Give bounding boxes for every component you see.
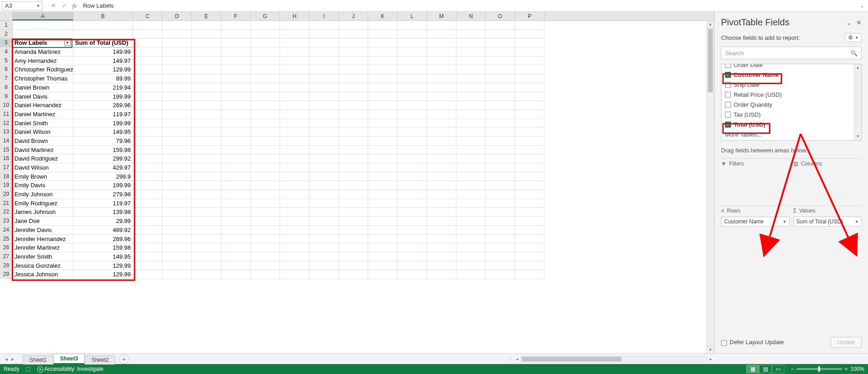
row-header-28[interactable]: 28 <box>0 261 13 270</box>
column-header-J[interactable]: J <box>339 12 368 20</box>
cell-E27[interactable] <box>192 252 221 261</box>
cell-P16[interactable] <box>515 154 545 163</box>
cell-L18[interactable] <box>398 172 427 181</box>
expand-formula-bar-icon[interactable]: ⌄ <box>858 3 866 8</box>
view-page-layout-button[interactable]: ▤ <box>759 365 772 373</box>
spreadsheet-grid[interactable]: ABCDEFGHIJKLMNOP 123Row Labels▼Sum of To… <box>0 12 714 353</box>
cell-F25[interactable] <box>221 235 251 244</box>
field-checkbox[interactable] <box>725 92 731 98</box>
cell-M3[interactable] <box>427 38 456 47</box>
cell-G10[interactable] <box>251 101 280 110</box>
cell-G28[interactable] <box>251 261 280 270</box>
zoom-slider[interactable] <box>797 368 842 370</box>
cell-O13[interactable] <box>486 128 515 137</box>
cell-K28[interactable] <box>368 261 398 270</box>
cell-E8[interactable] <box>192 83 221 92</box>
cell-I28[interactable] <box>309 261 339 270</box>
cell-M21[interactable] <box>427 199 456 208</box>
vertical-scrollbar[interactable]: ▲ ▼ <box>707 21 714 353</box>
row-header-21[interactable]: 21 <box>0 199 13 208</box>
fieldlist-scroll-down-icon[interactable]: ▼ <box>854 133 861 140</box>
column-header-H[interactable]: H <box>280 12 309 20</box>
cell-N6[interactable] <box>456 65 486 74</box>
cell-K20[interactable] <box>368 190 398 199</box>
cell-F28[interactable] <box>221 261 251 270</box>
cell-E5[interactable] <box>192 57 221 66</box>
cell-H11[interactable] <box>280 110 309 119</box>
cell-L23[interactable] <box>398 217 427 226</box>
cell-E11[interactable] <box>192 110 221 119</box>
cell-E1[interactable] <box>192 21 221 30</box>
cell-N25[interactable] <box>456 235 486 244</box>
cell-M16[interactable] <box>427 154 456 163</box>
scroll-up-icon[interactable]: ▲ <box>707 21 714 28</box>
cell-F2[interactable] <box>221 30 251 39</box>
cell-L5[interactable] <box>398 57 427 66</box>
cell-P12[interactable] <box>515 119 545 128</box>
macro-record-icon[interactable]: ⬚ <box>26 366 31 372</box>
cell-M27[interactable] <box>427 252 456 261</box>
cell-H27[interactable] <box>280 252 309 261</box>
cell-B11[interactable]: 119.97 <box>73 110 133 119</box>
cell-P27[interactable] <box>515 252 545 261</box>
cell-J13[interactable] <box>339 128 368 137</box>
cell-F19[interactable] <box>221 181 251 190</box>
cell-K11[interactable] <box>368 110 398 119</box>
cell-K16[interactable] <box>368 154 398 163</box>
cell-O19[interactable] <box>486 181 515 190</box>
cell-E28[interactable] <box>192 261 221 270</box>
cell-B7[interactable]: 89.99 <box>73 74 133 83</box>
fx-icon[interactable]: fx <box>72 2 76 9</box>
cell-P7[interactable] <box>515 74 545 83</box>
cell-O2[interactable] <box>486 30 515 39</box>
row-header-23[interactable]: 23 <box>0 217 13 226</box>
cell-L21[interactable] <box>398 199 427 208</box>
cell-A29[interactable]: Jessica Johnson <box>13 270 73 279</box>
cell-K10[interactable] <box>368 101 398 110</box>
cell-I27[interactable] <box>309 252 339 261</box>
row-header-9[interactable]: 9 <box>0 92 13 101</box>
cell-I9[interactable] <box>309 92 339 101</box>
row-header-13[interactable]: 13 <box>0 128 13 137</box>
row-header-24[interactable]: 24 <box>0 226 13 235</box>
cell-I2[interactable] <box>309 30 339 39</box>
cell-F26[interactable] <box>221 243 251 252</box>
cell-E9[interactable] <box>192 92 221 101</box>
cell-O26[interactable] <box>486 243 515 252</box>
cell-A25[interactable]: Jennifer Hernandez <box>13 235 73 244</box>
cell-M18[interactable] <box>427 172 456 181</box>
column-header-B[interactable]: B <box>73 12 133 20</box>
cell-O1[interactable] <box>486 21 515 30</box>
cell-C1[interactable] <box>133 21 162 30</box>
cell-J17[interactable] <box>339 163 368 172</box>
cell-B3[interactable]: Sum of Total (USD) <box>73 38 133 47</box>
cell-N8[interactable] <box>456 83 486 92</box>
cell-J19[interactable] <box>339 181 368 190</box>
cell-M15[interactable] <box>427 146 456 155</box>
cell-E24[interactable] <box>192 226 221 235</box>
cell-J5[interactable] <box>339 57 368 66</box>
hscroll-right-icon[interactable]: ▸ <box>707 357 714 361</box>
cell-B13[interactable]: 149.95 <box>73 128 133 137</box>
cell-M8[interactable] <box>427 83 456 92</box>
cell-O5[interactable] <box>486 57 515 66</box>
cell-I17[interactable] <box>309 163 339 172</box>
field-checkbox[interactable] <box>725 102 731 108</box>
cell-L15[interactable] <box>398 146 427 155</box>
cell-F24[interactable] <box>221 226 251 235</box>
cell-B21[interactable]: 119.97 <box>73 199 133 208</box>
cell-C12[interactable] <box>133 119 162 128</box>
cell-A1[interactable] <box>13 21 73 30</box>
cell-O10[interactable] <box>486 101 515 110</box>
cell-F23[interactable] <box>221 217 251 226</box>
cell-M23[interactable] <box>427 217 456 226</box>
cell-J28[interactable] <box>339 261 368 270</box>
cell-P17[interactable] <box>515 163 545 172</box>
cell-I12[interactable] <box>309 119 339 128</box>
cell-J23[interactable] <box>339 217 368 226</box>
cell-E22[interactable] <box>192 208 221 217</box>
row-header-26[interactable]: 26 <box>0 243 13 252</box>
cell-C13[interactable] <box>133 128 162 137</box>
cell-B18[interactable]: 299.9 <box>73 172 133 181</box>
cell-J20[interactable] <box>339 190 368 199</box>
